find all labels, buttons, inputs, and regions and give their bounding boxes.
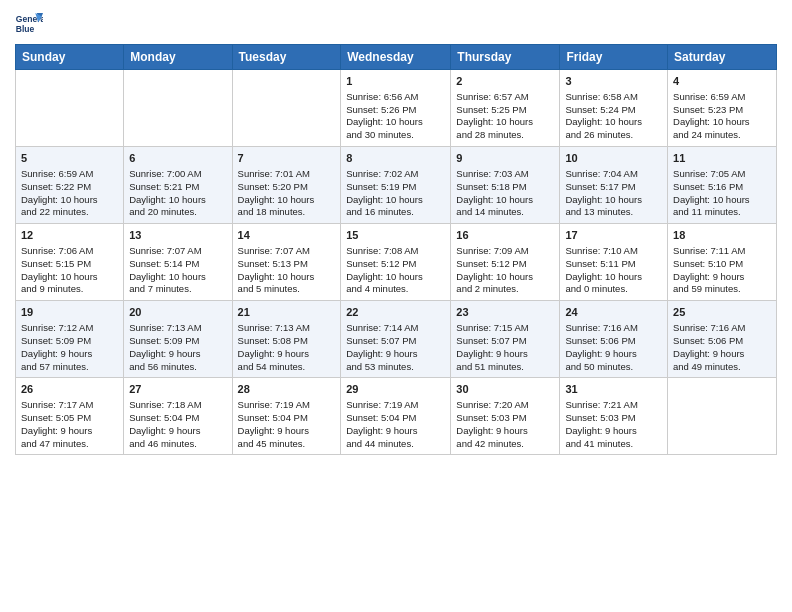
day-cell — [668, 378, 777, 455]
day-number: 5 — [21, 151, 118, 166]
day-info: Sunrise: 7:00 AM Sunset: 5:21 PM Dayligh… — [129, 168, 226, 219]
day-info: Sunrise: 6:59 AM Sunset: 5:23 PM Dayligh… — [673, 91, 771, 142]
day-number: 24 — [565, 305, 662, 320]
weekday-header-sunday: Sunday — [16, 45, 124, 70]
svg-text:Blue: Blue — [16, 24, 35, 34]
day-info: Sunrise: 7:07 AM Sunset: 5:14 PM Dayligh… — [129, 245, 226, 296]
day-number: 29 — [346, 382, 445, 397]
day-cell: 20Sunrise: 7:13 AM Sunset: 5:09 PM Dayli… — [124, 301, 232, 378]
day-cell: 15Sunrise: 7:08 AM Sunset: 5:12 PM Dayli… — [341, 224, 451, 301]
day-info: Sunrise: 7:12 AM Sunset: 5:09 PM Dayligh… — [21, 322, 118, 373]
day-info: Sunrise: 7:15 AM Sunset: 5:07 PM Dayligh… — [456, 322, 554, 373]
day-cell: 13Sunrise: 7:07 AM Sunset: 5:14 PM Dayli… — [124, 224, 232, 301]
day-info: Sunrise: 7:13 AM Sunset: 5:08 PM Dayligh… — [238, 322, 336, 373]
day-cell: 19Sunrise: 7:12 AM Sunset: 5:09 PM Dayli… — [16, 301, 124, 378]
day-cell: 18Sunrise: 7:11 AM Sunset: 5:10 PM Dayli… — [668, 224, 777, 301]
weekday-header-tuesday: Tuesday — [232, 45, 341, 70]
day-info: Sunrise: 7:01 AM Sunset: 5:20 PM Dayligh… — [238, 168, 336, 219]
day-cell: 11Sunrise: 7:05 AM Sunset: 5:16 PM Dayli… — [668, 147, 777, 224]
day-cell: 27Sunrise: 7:18 AM Sunset: 5:04 PM Dayli… — [124, 378, 232, 455]
day-cell: 4Sunrise: 6:59 AM Sunset: 5:23 PM Daylig… — [668, 70, 777, 147]
day-number: 20 — [129, 305, 226, 320]
day-number: 25 — [673, 305, 771, 320]
day-number: 11 — [673, 151, 771, 166]
day-number: 15 — [346, 228, 445, 243]
day-number: 16 — [456, 228, 554, 243]
weekday-header-row: SundayMondayTuesdayWednesdayThursdayFrid… — [16, 45, 777, 70]
day-number: 17 — [565, 228, 662, 243]
weekday-header-wednesday: Wednesday — [341, 45, 451, 70]
day-info: Sunrise: 7:08 AM Sunset: 5:12 PM Dayligh… — [346, 245, 445, 296]
page: General Blue SundayMondayTuesdayWednesda… — [0, 0, 792, 612]
day-info: Sunrise: 7:19 AM Sunset: 5:04 PM Dayligh… — [238, 399, 336, 450]
day-cell: 28Sunrise: 7:19 AM Sunset: 5:04 PM Dayli… — [232, 378, 341, 455]
weekday-header-monday: Monday — [124, 45, 232, 70]
day-number: 7 — [238, 151, 336, 166]
day-cell: 26Sunrise: 7:17 AM Sunset: 5:05 PM Dayli… — [16, 378, 124, 455]
day-cell: 12Sunrise: 7:06 AM Sunset: 5:15 PM Dayli… — [16, 224, 124, 301]
day-info: Sunrise: 7:10 AM Sunset: 5:11 PM Dayligh… — [565, 245, 662, 296]
day-number: 27 — [129, 382, 226, 397]
day-cell: 5Sunrise: 6:59 AM Sunset: 5:22 PM Daylig… — [16, 147, 124, 224]
day-info: Sunrise: 7:03 AM Sunset: 5:18 PM Dayligh… — [456, 168, 554, 219]
weekday-header-thursday: Thursday — [451, 45, 560, 70]
day-cell — [16, 70, 124, 147]
day-info: Sunrise: 6:57 AM Sunset: 5:25 PM Dayligh… — [456, 91, 554, 142]
weekday-header-friday: Friday — [560, 45, 668, 70]
day-number: 14 — [238, 228, 336, 243]
day-cell: 16Sunrise: 7:09 AM Sunset: 5:12 PM Dayli… — [451, 224, 560, 301]
day-cell: 10Sunrise: 7:04 AM Sunset: 5:17 PM Dayli… — [560, 147, 668, 224]
day-number: 30 — [456, 382, 554, 397]
header: General Blue — [15, 10, 777, 38]
day-number: 26 — [21, 382, 118, 397]
day-number: 19 — [21, 305, 118, 320]
day-info: Sunrise: 7:04 AM Sunset: 5:17 PM Dayligh… — [565, 168, 662, 219]
day-cell: 6Sunrise: 7:00 AM Sunset: 5:21 PM Daylig… — [124, 147, 232, 224]
day-cell — [232, 70, 341, 147]
day-cell: 14Sunrise: 7:07 AM Sunset: 5:13 PM Dayli… — [232, 224, 341, 301]
day-cell: 3Sunrise: 6:58 AM Sunset: 5:24 PM Daylig… — [560, 70, 668, 147]
day-number: 6 — [129, 151, 226, 166]
day-info: Sunrise: 7:14 AM Sunset: 5:07 PM Dayligh… — [346, 322, 445, 373]
weekday-header-saturday: Saturday — [668, 45, 777, 70]
day-cell: 9Sunrise: 7:03 AM Sunset: 5:18 PM Daylig… — [451, 147, 560, 224]
day-cell: 2Sunrise: 6:57 AM Sunset: 5:25 PM Daylig… — [451, 70, 560, 147]
day-cell: 23Sunrise: 7:15 AM Sunset: 5:07 PM Dayli… — [451, 301, 560, 378]
day-cell: 8Sunrise: 7:02 AM Sunset: 5:19 PM Daylig… — [341, 147, 451, 224]
day-cell: 7Sunrise: 7:01 AM Sunset: 5:20 PM Daylig… — [232, 147, 341, 224]
day-info: Sunrise: 7:05 AM Sunset: 5:16 PM Dayligh… — [673, 168, 771, 219]
day-info: Sunrise: 7:09 AM Sunset: 5:12 PM Dayligh… — [456, 245, 554, 296]
day-info: Sunrise: 7:17 AM Sunset: 5:05 PM Dayligh… — [21, 399, 118, 450]
day-number: 1 — [346, 74, 445, 89]
day-number: 2 — [456, 74, 554, 89]
day-info: Sunrise: 6:56 AM Sunset: 5:26 PM Dayligh… — [346, 91, 445, 142]
week-row-1: 1Sunrise: 6:56 AM Sunset: 5:26 PM Daylig… — [16, 70, 777, 147]
day-cell: 31Sunrise: 7:21 AM Sunset: 5:03 PM Dayli… — [560, 378, 668, 455]
day-number: 22 — [346, 305, 445, 320]
day-cell: 1Sunrise: 6:56 AM Sunset: 5:26 PM Daylig… — [341, 70, 451, 147]
day-number: 18 — [673, 228, 771, 243]
day-cell: 22Sunrise: 7:14 AM Sunset: 5:07 PM Dayli… — [341, 301, 451, 378]
day-number: 12 — [21, 228, 118, 243]
day-info: Sunrise: 7:13 AM Sunset: 5:09 PM Dayligh… — [129, 322, 226, 373]
day-info: Sunrise: 6:58 AM Sunset: 5:24 PM Dayligh… — [565, 91, 662, 142]
day-cell: 30Sunrise: 7:20 AM Sunset: 5:03 PM Dayli… — [451, 378, 560, 455]
calendar: SundayMondayTuesdayWednesdayThursdayFrid… — [15, 44, 777, 455]
logo: General Blue — [15, 10, 43, 38]
logo-icon: General Blue — [15, 10, 43, 38]
day-info: Sunrise: 7:16 AM Sunset: 5:06 PM Dayligh… — [565, 322, 662, 373]
day-info: Sunrise: 7:02 AM Sunset: 5:19 PM Dayligh… — [346, 168, 445, 219]
day-info: Sunrise: 6:59 AM Sunset: 5:22 PM Dayligh… — [21, 168, 118, 219]
day-number: 21 — [238, 305, 336, 320]
day-number: 10 — [565, 151, 662, 166]
week-row-4: 19Sunrise: 7:12 AM Sunset: 5:09 PM Dayli… — [16, 301, 777, 378]
day-number: 31 — [565, 382, 662, 397]
day-number: 23 — [456, 305, 554, 320]
day-number: 3 — [565, 74, 662, 89]
day-cell: 25Sunrise: 7:16 AM Sunset: 5:06 PM Dayli… — [668, 301, 777, 378]
day-number: 9 — [456, 151, 554, 166]
day-info: Sunrise: 7:21 AM Sunset: 5:03 PM Dayligh… — [565, 399, 662, 450]
day-info: Sunrise: 7:18 AM Sunset: 5:04 PM Dayligh… — [129, 399, 226, 450]
week-row-2: 5Sunrise: 6:59 AM Sunset: 5:22 PM Daylig… — [16, 147, 777, 224]
day-cell: 29Sunrise: 7:19 AM Sunset: 5:04 PM Dayli… — [341, 378, 451, 455]
